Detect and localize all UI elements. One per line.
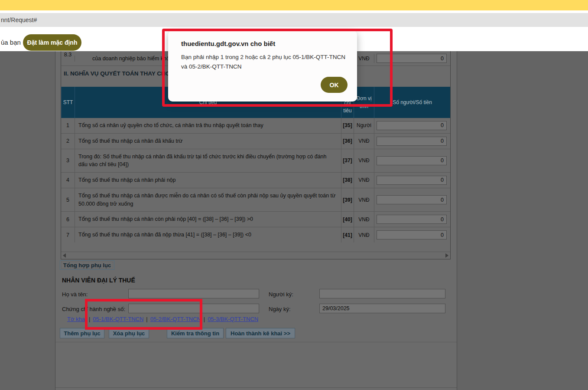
link-separator: | (201, 316, 208, 322)
ok-button[interactable]: OK (321, 77, 348, 93)
panel-bottom-divider (55, 342, 457, 342)
appendix-link[interactable]: 05-1/BK-QTT-TNCN (93, 316, 143, 322)
link-item: |05-2/BK-QTT-TNCN (143, 316, 201, 322)
header-stt: STT (61, 87, 75, 118)
row-unit: Người (354, 118, 374, 133)
row-value-cell (374, 227, 450, 243)
row-desc: Trong đó: Số thuế thu nhập cá nhân đã kh… (75, 149, 341, 173)
row-desc: Tổng số thuế thu nhập cá nhân còn phải n… (75, 212, 341, 227)
sign-date-label: Ngày ký: (269, 306, 291, 312)
row-desc: Tổng số thuế thu nhập cá nhân đã khấu tr… (75, 134, 341, 149)
row-code: [40] (341, 212, 354, 227)
amount-input[interactable] (377, 121, 447, 130)
address-bar[interactable]: nnt/Request# (0, 13, 588, 27)
row-stt: 1 (61, 118, 75, 133)
amount-input[interactable] (377, 176, 447, 185)
row-code: [35] (341, 118, 354, 133)
url-text: nnt/Request# (0, 16, 37, 23)
scroll-right-icon[interactable] (445, 253, 448, 258)
amount-input[interactable] (377, 230, 447, 239)
row-unit: VNĐ (354, 173, 374, 188)
name-label: Họ và tên: (62, 291, 88, 298)
alert-dialog-message: Bạn phải nhập 1 trong 2 hoặc cả 2 phụ lụ… (181, 52, 346, 72)
alert-dialog-title: thuedientu.gdt.gov.vn cho biết (181, 40, 345, 47)
table-row: 7 Tổng số thuế thu nhập cá nhân đã nộp t… (61, 227, 450, 243)
row-desc: Tổng số thuế thu nhập cá nhân đã nộp thừ… (75, 227, 341, 243)
row-desc: Tổng số thuế thu nhập cá nhân phải nộp (75, 173, 341, 188)
row-stt: 7 (61, 227, 75, 243)
sign-date-input[interactable] (319, 304, 445, 313)
row-unit: VNĐ (354, 188, 374, 212)
browser-theme-bar (0, 0, 588, 10)
table-row: 5 Tổng số thuế thu nhập cá nhân được miễ… (61, 188, 450, 212)
check-info-button[interactable]: Kiểm tra thông tin (167, 328, 224, 338)
table-row: 6 Tổng số thuế thu nhập cá nhân còn phải… (61, 212, 450, 227)
row-value-cell (374, 149, 450, 173)
appendix-summary-button[interactable]: Tổng hợp phụ lục (60, 260, 114, 270)
header-so-nguoi-so-tien: Số người/Số tiền (374, 87, 450, 118)
row-code: [38] (341, 173, 354, 188)
row-stt: 2 (61, 134, 75, 149)
horizontal-scrollbar[interactable] (61, 252, 450, 259)
footer-divider (55, 387, 457, 388)
row-code: [37] (341, 149, 354, 173)
certificate-label: Chứng chỉ hành nghề số: (62, 306, 125, 312)
row-stt: 8.3 (61, 51, 75, 66)
row-stt: 4 (61, 173, 75, 188)
name-input[interactable] (128, 289, 259, 298)
row-desc: Tổng số cá nhân uỷ quyền cho tổ chức, cá… (75, 118, 341, 133)
tax-agent-heading: NHÂN VIÊN ĐẠI LÝ THUẾ (62, 277, 135, 284)
row-stt: 5 (61, 188, 75, 212)
signer-label: Người ký: (269, 291, 293, 298)
row-stt: 3 (61, 149, 75, 173)
amount-input-8-3[interactable] (377, 54, 447, 63)
link-separator: | (86, 316, 93, 322)
amount-input[interactable] (377, 195, 447, 204)
link-item: Tờ khai (62, 316, 86, 322)
notification-text: ủa bạn (1, 39, 21, 46)
delete-appendix-button[interactable]: Xóa phụ lục (109, 328, 149, 338)
amount-input[interactable] (377, 137, 447, 146)
row-unit: VNĐ (354, 212, 374, 227)
appendix-links: Tờ khai|05-1/BK-QTT-TNCN|05-2/BK-QTT-TNC… (62, 316, 258, 322)
row-value-cell (374, 188, 450, 212)
link-separator: | (143, 316, 150, 322)
row-code: [41] (341, 227, 354, 243)
table-bottom-spacer (61, 243, 450, 252)
row-desc: Tổng số thuế thu nhập cá nhân được miễn … (75, 188, 341, 212)
amount-input[interactable] (377, 156, 447, 165)
row-value-cell (374, 54, 450, 63)
link-item: |05-1/BK-QTT-TNCN (86, 316, 143, 322)
table-row: 2 Tổng số thuế thu nhập cá nhân đã khấu … (61, 134, 450, 149)
link-item: |05-3/BK-QTT-TNCN (201, 316, 258, 322)
row-value-cell (374, 134, 450, 149)
alert-dialog: thuedientu.gdt.gov.vn cho biết Bạn phải … (168, 30, 357, 102)
row-stt: 6 (61, 212, 75, 227)
table-body: 1 Tổng số cá nhân uỷ quyền cho tổ chức, … (61, 118, 450, 243)
appendix-link[interactable]: 05-2/BK-QTT-TNCN (150, 316, 201, 322)
set-default-button[interactable]: Đặt làm mặc định (23, 34, 81, 51)
row-unit: VNĐ (354, 134, 374, 149)
row-value-cell (374, 118, 450, 133)
finish-declaration-button[interactable]: Hoàn thành kê khai >> (226, 328, 295, 338)
row-code: [36] (341, 134, 354, 149)
table-row: 1 Tổng số cá nhân uỷ quyền cho tổ chức, … (61, 118, 450, 134)
amount-input[interactable] (377, 215, 447, 224)
row-unit: VNĐ (354, 149, 374, 173)
screenshot-stage: nnt/Request# ủa bạn Đặt làm mặc định 8.3… (0, 0, 588, 390)
signer-input[interactable] (319, 289, 445, 298)
row-unit: VNĐ (354, 227, 374, 243)
table-row: 3 Trong đó: Số thuế thu nhập cá nhân đã … (61, 149, 450, 173)
appendix-link[interactable]: Tờ khai (67, 316, 86, 322)
certificate-input[interactable] (128, 304, 259, 313)
row-value-cell (374, 212, 450, 227)
link-separator (62, 316, 67, 322)
table-row: 4 Tổng số thuế thu nhập cá nhân phải nộp… (61, 173, 450, 188)
scroll-left-icon[interactable] (63, 253, 66, 258)
add-appendix-button[interactable]: Thêm phụ lục (60, 328, 104, 338)
row-value-cell (374, 173, 450, 188)
appendix-link[interactable]: 05-3/BK-QTT-TNCN (208, 316, 258, 322)
row-code: [39] (341, 188, 354, 212)
